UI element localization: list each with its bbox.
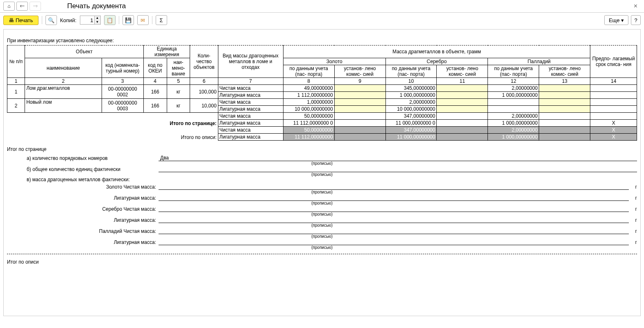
preview-button[interactable]: 🔍 [45,15,57,25]
toolbar: 🖶 Печать 🔍 Копий: ▲ ▼ 📋 💾 ✉ Σ Еще ▾ ? [0,13,644,27]
col-num: 6 [190,78,218,85]
th-bycom: установ- лено комис- сией [437,65,488,78]
hint: (прописью) [7,234,637,239]
th-masskind: Вид массы драгоценных металлов в ломе и … [218,46,283,78]
th-bycom: установ- лено комис- сией [539,65,590,78]
copies-input[interactable] [80,16,95,25]
sum-page-heading: Итог по странице [7,146,637,152]
col-num: 3 [102,78,143,85]
th-uname: наи- мено- вание [167,58,190,78]
dashed-separator [7,254,637,254]
chevron-down-icon: ▾ [621,17,624,23]
col-num: 10 [385,78,437,85]
col-num: 5 [167,78,190,85]
copies-up[interactable]: ▲ [95,16,100,20]
col-num: 9 [334,78,385,85]
col-num: 2 [25,78,102,85]
metal-mass-row: Лигатурная масса:г [7,216,637,223]
col-num: 1 [7,78,25,85]
sum-b-line [159,166,637,172]
sum-a-value: Два [160,155,169,161]
col-num: 7 [218,78,283,85]
col-num: 13 [539,78,590,85]
separator [119,16,119,24]
th-object: Объект [25,46,144,58]
th-okei: код по ОКЕИ [143,58,167,78]
hint: (прописью) [7,245,637,250]
th-unit: Единица измерения [143,46,190,58]
separator [152,16,152,24]
hint: (прописью) [7,161,637,166]
th-bydata: по данным учета (пас- порта) [385,65,437,78]
copies-label: Копий: [60,17,77,23]
intro-text: При инвентаризации установлено следующее… [7,38,637,43]
col-num: 14 [590,78,637,85]
email-button[interactable]: ✉ [137,15,149,25]
print-button[interactable]: 🖶 Печать [3,16,39,25]
close-button[interactable]: × [630,2,641,10]
th-code: код (номенкла- турный номер) [102,58,143,78]
col-num: 12 [488,78,539,85]
save-button[interactable]: 💾 [122,15,134,25]
hint: (прописью) [7,201,637,205]
settings-button[interactable]: 📋 [104,15,116,25]
sum-b-label: б) общее количество единиц фактически [7,166,159,172]
copies-down[interactable]: ▼ [95,20,100,24]
metal-mass-row: Золото Чистая масса:г [7,183,637,190]
th-gold: Золото [283,58,385,65]
hint: (прописью) [7,190,637,194]
more-label: Еще [609,17,619,23]
th-npp: № п/п [7,46,25,78]
page-summary: Итог по странице а) количество порядковы… [7,146,637,250]
document-viewport[interactable]: При инвентаризации установлено следующее… [3,29,641,316]
forward-button[interactable]: 🡒 [29,2,41,11]
th-name: наименование [25,58,102,78]
sum-button[interactable]: Σ [156,15,167,25]
col-num: 11 [437,78,488,85]
inv-total-row: Итого по описи:Чистая масса50,00000000 3… [7,127,637,134]
titlebar: ⌂ 🡐 🡒 Печать документа × [0,0,644,13]
sum-a-line: Два [159,155,637,161]
inventory-table: № п/п Объект Единица измерения Коли- чес… [7,45,637,141]
separator [42,16,42,24]
metal-mass-row: Лигатурная масса:г [7,239,637,245]
th-bydata: по данным учета (пас- порта) [488,65,539,78]
page-total-row: Итого по странице:Чистая масса50,0000000… [7,113,637,120]
print-label: Печать [16,17,33,23]
th-qty: Коли- чество объектов [190,46,218,78]
sum-inv-heading: Итог по описи [7,259,637,265]
th-bydata: по данным учета (пас- порта) [283,65,334,78]
th-term: Предпо- лагаемый срок списа- ния [590,46,637,78]
page-title: Печать документа [67,2,126,10]
copies-spinner: ▲ ▼ [95,16,101,25]
more-button[interactable]: Еще ▾ [604,15,628,25]
th-bycom: установ- лено комис- сией [334,65,385,78]
metal-mass-row: Лигатурная масса:г [7,194,637,201]
hint: (прописью) [7,172,637,177]
table-row: 2Новый лом 00-00000000 0003166 кг10,000 … [7,99,637,106]
table-row: 1Лом драг.металлов 00-00000000 0002166 к… [7,85,637,92]
printer-icon: 🖶 [9,17,14,23]
hint: (прописью) [7,223,637,228]
sum-a-label: а) количество порядковых номеров [7,155,159,161]
help-button[interactable]: ? [631,15,641,25]
metal-mass-row: Серебро Чистая масса:г [7,205,637,212]
sum-c-label: в) масса драгоценных металлов фактически… [7,177,159,182]
th-massobj: Масса драгметаллов в объекте, грамм [283,46,590,58]
th-silver: Серебро [385,58,488,65]
col-num: 4 [143,78,167,85]
th-pall: Палладий [488,58,590,65]
home-button[interactable]: ⌂ [3,2,15,11]
back-button[interactable]: 🡐 [16,2,28,11]
col-num: 8 [283,78,334,85]
hint: (прописью) [7,212,637,216]
metal-mass-row: Палладий Чистая масса:г [7,228,637,234]
